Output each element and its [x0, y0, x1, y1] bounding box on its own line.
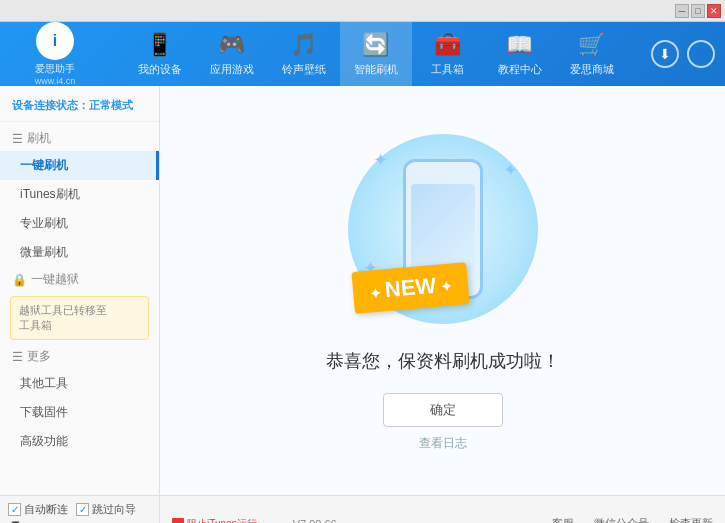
success-message: 恭喜您，保资料刷机成功啦！ — [326, 349, 560, 373]
close-button[interactable]: ✕ — [707, 4, 721, 18]
my-device-label: 我的设备 — [138, 62, 182, 77]
section-jailbreak-title: 🔒 一键越狱 — [0, 267, 159, 292]
flash-section-label: 刷机 — [27, 130, 51, 147]
nav-apps-games[interactable]: 🎮 应用游戏 — [196, 22, 268, 86]
nav-items: 📱 我的设备 🎮 应用游戏 🎵 铃声壁纸 🔄 智能刷机 🧰 工具箱 📖 教程中心… — [100, 22, 651, 86]
status-label: 设备连接状态： — [12, 99, 89, 111]
connection-status: 设备连接状态：正常模式 — [0, 94, 159, 122]
tutorials-label: 教程中心 — [498, 62, 542, 77]
lock-icon: 🔒 — [12, 273, 27, 287]
auto-disconnect-checkbox[interactable]: ✓ 自动断连 — [8, 502, 68, 517]
ringtones-icon: 🎵 — [290, 32, 317, 58]
mall-icon: 🛒 — [578, 32, 605, 58]
flash-section-icon: ☰ — [12, 132, 23, 146]
nav-smart-flash[interactable]: 🔄 智能刷机 — [340, 22, 412, 86]
maximize-button[interactable]: □ — [691, 4, 705, 18]
bottom-right-section: 阻止iTunes运行 V7.98.66 客服 微信公众号 检查更新 — [160, 496, 725, 523]
customer-service-link[interactable]: 客服 — [552, 516, 574, 523]
window-controls[interactable]: ─ □ ✕ — [675, 4, 721, 18]
logo-area: i 爱思助手 www.i4.cn — [10, 22, 100, 86]
bottom-checkboxes: ✓ 自动断连 ✓ 跳过向导 — [8, 502, 151, 517]
sidebar-item-itunes-flash[interactable]: iTunes刷机 — [0, 180, 159, 209]
skip-wizard-checkbox[interactable]: ✓ 跳过向导 — [76, 502, 136, 517]
check-update-link[interactable]: 检查更新 — [669, 516, 713, 523]
sidebar: 设备连接状态：正常模式 ☰ 刷机 一键刷机 iTunes刷机 专业刷机 微量刷机… — [0, 86, 160, 495]
wechat-link[interactable]: 微信公众号 — [594, 516, 649, 523]
skip-wizard-label: 跳过向导 — [92, 502, 136, 517]
website: www.i4.cn — [35, 76, 76, 86]
jailbreak-notice: 越狱工具已转移至工具箱 — [10, 296, 149, 340]
main-content: NEW ✦ ✦ ✦ 恭喜您，保资料刷机成功啦！ 确定 查看日志 — [160, 86, 725, 495]
smart-flash-icon: 🔄 — [362, 32, 389, 58]
section-more-title: ☰ 更多 — [0, 344, 159, 369]
section-flash-title: ☰ 刷机 — [0, 126, 159, 151]
download-button[interactable]: ⬇ — [651, 40, 679, 68]
logo-subtitle: 爱思助手 www.i4.cn — [35, 62, 76, 86]
nav-toolbox[interactable]: 🧰 工具箱 — [412, 22, 484, 86]
more-section-icon: ☰ — [12, 350, 23, 364]
user-button[interactable]: 👤 — [687, 40, 715, 68]
bottom-left-section: ✓ 自动断连 ✓ 跳过向导 📱 iPhone 12 mini 64GB Down… — [0, 496, 160, 523]
apps-games-icon: 🎮 — [218, 32, 245, 58]
sparkle-icon-1: ✦ — [373, 149, 388, 171]
nav-tutorials[interactable]: 📖 教程中心 — [484, 22, 556, 86]
nav-my-device[interactable]: 📱 我的设备 — [124, 22, 196, 86]
app-name: 爱思助手 — [35, 62, 76, 76]
jailbreak-section-label: 一键越狱 — [31, 271, 79, 288]
more-section-label: 更多 — [27, 348, 51, 365]
hero-illustration: NEW ✦ ✦ ✦ — [343, 129, 543, 329]
auto-disconnect-label: 自动断连 — [24, 502, 68, 517]
toolbox-icon: 🧰 — [434, 32, 461, 58]
itunes-status-label: 阻止iTunes运行 — [187, 517, 257, 524]
title-bar: ─ □ ✕ — [0, 0, 725, 22]
ringtones-label: 铃声壁纸 — [282, 62, 326, 77]
apps-games-label: 应用游戏 — [210, 62, 254, 77]
skip-wizard-check-icon: ✓ — [76, 503, 89, 516]
nav-ringtones[interactable]: 🎵 铃声壁纸 — [268, 22, 340, 86]
minimize-button[interactable]: ─ — [675, 4, 689, 18]
sparkle-icon-2: ✦ — [503, 159, 518, 181]
smart-flash-label: 智能刷机 — [354, 62, 398, 77]
tutorials-icon: 📖 — [506, 32, 533, 58]
sidebar-item-other-tools[interactable]: 其他工具 — [0, 369, 159, 398]
itunes-status[interactable]: 阻止iTunes运行 — [172, 517, 257, 524]
my-device-icon: 📱 — [146, 32, 173, 58]
jump-link[interactable]: 查看日志 — [419, 435, 467, 452]
sidebar-item-micro-flash[interactable]: 微量刷机 — [0, 238, 159, 267]
status-value: 正常模式 — [89, 99, 133, 111]
stop-icon — [172, 518, 184, 524]
version-number: V7.98.66 — [293, 518, 337, 524]
confirm-button[interactable]: 确定 — [383, 393, 503, 427]
header: i 爱思助手 www.i4.cn 📱 我的设备 🎮 应用游戏 🎵 铃声壁纸 🔄 … — [0, 22, 725, 86]
sidebar-item-onekey-flash[interactable]: 一键刷机 — [0, 151, 159, 180]
bottom-status-bar: ✓ 自动断连 ✓ 跳过向导 📱 iPhone 12 mini 64GB Down… — [0, 495, 725, 523]
sidebar-item-advanced[interactable]: 高级功能 — [0, 427, 159, 456]
nav-right-buttons: ⬇ 👤 — [651, 40, 715, 68]
logo-icon: i — [36, 22, 74, 60]
toolbox-label: 工具箱 — [431, 62, 464, 77]
sidebar-item-download-firmware[interactable]: 下载固件 — [0, 398, 159, 427]
sidebar-item-pro-flash[interactable]: 专业刷机 — [0, 209, 159, 238]
nav-mall[interactable]: 🛒 爱思商城 — [556, 22, 628, 86]
mall-label: 爱思商城 — [570, 62, 614, 77]
main-area: 设备连接状态：正常模式 ☰ 刷机 一键刷机 iTunes刷机 专业刷机 微量刷机… — [0, 86, 725, 495]
auto-disconnect-check-icon: ✓ — [8, 503, 21, 516]
